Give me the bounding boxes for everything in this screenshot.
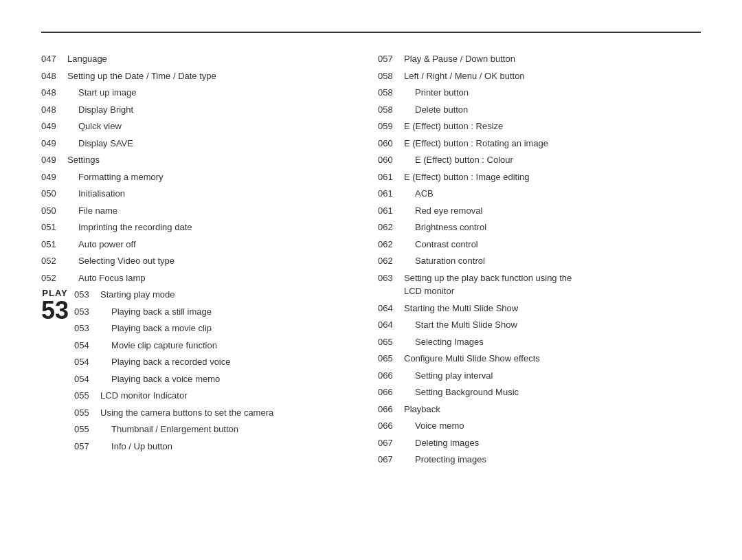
list-item: 053Playing back a still image (74, 305, 364, 319)
entry-number: 062 (378, 221, 404, 234)
entry-number: 055 (74, 389, 100, 403)
list-item: 061ACB (378, 187, 701, 201)
entry-label: Start up image (67, 86, 137, 100)
entry-number: 055 (74, 406, 100, 420)
entry-label: Auto power off (67, 238, 136, 251)
entry-number: 061 (378, 187, 404, 201)
entry-label: Thumbnail / Enlargement button (100, 423, 238, 436)
entry-label: E (Effect) button : Rotating an image (404, 137, 548, 150)
entry-number: 057 (378, 52, 404, 66)
entry-label: E (Effect) button : Image editing (404, 170, 530, 184)
entry-number: 054 (74, 355, 100, 369)
entry-label: E (Effect) button : Colour (404, 153, 513, 167)
entry-number: 050 (41, 187, 67, 201)
list-item: 049Quick view (41, 120, 364, 133)
entry-label: Voice memo (404, 419, 464, 433)
entry-label: Printer button (404, 86, 469, 100)
list-item: 054Playing back a voice memo (74, 372, 364, 386)
entry-label: Info / Up button (100, 440, 172, 453)
list-item: 051Imprinting the recording date (41, 221, 364, 234)
entry-number: 047 (41, 52, 67, 66)
list-item: 066Playback (378, 403, 701, 416)
list-item: 050File name (41, 204, 364, 218)
entry-number: 062 (378, 254, 404, 268)
list-item: 060E (Effect) button : Rotating an image (378, 137, 701, 150)
list-item: 066Setting Background Music (378, 385, 701, 399)
entry-number: 051 (41, 221, 67, 234)
list-item: 061Red eye removal (378, 204, 701, 218)
entry-label: ACB (404, 187, 434, 201)
list-item: 052Selecting Video out type (41, 254, 364, 268)
list-item: 062Saturation control (378, 254, 701, 268)
entry-number: 059 (378, 120, 404, 133)
entry-label: Play & Pause / Down button (404, 52, 515, 66)
entry-label: Display Bright (67, 103, 133, 117)
list-item: 052Auto Focus lamp (41, 271, 364, 285)
entry-number: 060 (378, 153, 404, 167)
entry-label: Display SAVE (67, 137, 133, 150)
entry-label: E (Effect) button : Resize (404, 120, 503, 133)
list-item: 055Thumbnail / Enlargement button (74, 423, 364, 436)
entry-number: 065 (378, 352, 404, 366)
entry-number: 061 (378, 170, 404, 184)
entry-number: 066 (378, 369, 404, 383)
entry-label: LCD monitor (404, 284, 454, 298)
list-item: 054Playing back a recorded voice (74, 355, 364, 369)
entry-label: Configure Multi Slide Show effects (404, 352, 540, 366)
entry-number: 049 (41, 137, 67, 150)
entry-label: Playing back a still image (100, 305, 212, 319)
entry-label: File name (67, 204, 117, 218)
entry-label: Selecting Video out type (67, 254, 175, 268)
entry-label: Settings (67, 153, 100, 167)
list-item: 064Starting the Multi Slide Show (378, 302, 701, 315)
entry-label: Using the camera buttons to set the came… (100, 406, 273, 420)
play-big-number: 53 (41, 298, 69, 323)
list-item: 048Start up image (41, 86, 364, 100)
list-item: 067Protecting images (378, 453, 701, 467)
entry-number: 052 (41, 271, 67, 285)
entry-label: Deleting images (404, 436, 479, 450)
list-item: 066Setting play interval (378, 369, 701, 383)
entry-label: Imprinting the recording date (67, 221, 192, 234)
entry-number: 064 (378, 318, 404, 332)
list-item: 058Delete button (378, 103, 701, 117)
list-item: 047Language (41, 52, 364, 66)
entry-number: 054 (74, 339, 100, 352)
entry-label: Selecting Images (404, 335, 484, 349)
left-column: 047Language048Setting up the Date / Time… (41, 52, 378, 470)
list-item: 054Movie clip capture function (74, 339, 364, 352)
list-item: 060E (Effect) button : Colour (378, 153, 701, 167)
entry-label: Protecting images (404, 453, 486, 467)
entry-label: Saturation control (404, 254, 485, 268)
list-item: 062Contrast control (378, 238, 701, 251)
list-item: 055LCD monitor Indicator (74, 389, 364, 403)
entry-number (378, 284, 404, 298)
entry-label: Playing back a recorded voice (100, 355, 230, 369)
entry-number: 053 (74, 305, 100, 319)
entry-label: Playing back a voice memo (100, 372, 220, 386)
entry-label: Brightness control (404, 221, 486, 234)
entry-number: 061 (378, 204, 404, 218)
list-item: 048Display Bright (41, 103, 364, 117)
entry-number: 065 (378, 335, 404, 349)
list-item: 057Info / Up button (74, 440, 364, 453)
entry-number: 048 (41, 103, 67, 117)
entry-number: 058 (378, 69, 404, 83)
entry-number: 066 (378, 419, 404, 433)
entry-label: Initialisation (67, 187, 125, 201)
entry-label: Starting the Multi Slide Show (404, 302, 518, 315)
entry-label: Playing back a movie clip (100, 322, 212, 335)
entry-number: 066 (378, 385, 404, 399)
entry-label: Starting play mode (100, 288, 175, 302)
play-entries: 053Starting play mode053Playing back a s… (74, 288, 364, 456)
list-item: 050Initialisation (41, 187, 364, 201)
list-item: 064Start the Multi Slide Show (378, 318, 701, 332)
entry-label: Language (67, 52, 107, 66)
list-item: 065Configure Multi Slide Show effects (378, 352, 701, 366)
entry-number: 063 (378, 271, 404, 285)
entry-number: 049 (41, 120, 67, 133)
list-item: 063Setting up the play back function usi… (378, 271, 701, 298)
play-label-block: PLAY53 (41, 288, 69, 323)
entry-label: Setting Background Music (404, 385, 519, 399)
list-item: 049Formatting a memory (41, 170, 364, 184)
